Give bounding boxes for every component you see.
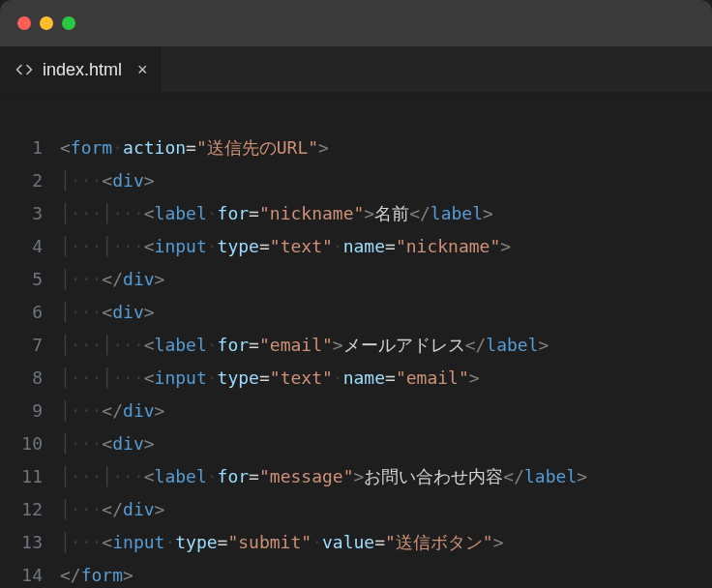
line-number: 14 xyxy=(0,559,43,588)
line-number: 4 xyxy=(0,230,43,263)
code-line[interactable]: │···<div> xyxy=(60,164,712,197)
code-file-icon xyxy=(15,61,33,78)
code-line[interactable]: │···│···<label·for="email">メールアドレス</labe… xyxy=(60,329,712,362)
maximize-window-button[interactable] xyxy=(62,16,75,30)
code-content[interactable]: <form·action="送信先のURL">│···<div>│···│···… xyxy=(60,132,712,588)
tab-bar: index.html × xyxy=(0,46,712,93)
window-titlebar xyxy=(0,0,712,46)
line-number: 3 xyxy=(0,197,43,230)
line-number: 13 xyxy=(0,526,43,559)
code-line[interactable]: │···<div> xyxy=(60,427,712,460)
close-window-button[interactable] xyxy=(17,16,31,30)
code-line[interactable]: <form·action="送信先のURL"> xyxy=(60,132,712,164)
minimize-window-button[interactable] xyxy=(40,16,53,30)
code-line[interactable]: │···<div> xyxy=(60,296,712,329)
tab-index-html[interactable]: index.html × xyxy=(0,46,163,93)
line-number: 8 xyxy=(0,362,43,395)
code-line[interactable]: │···│···<input·type="text"·name="nicknam… xyxy=(60,230,712,263)
code-line[interactable]: │···│···<label·for="nickname">名前</label> xyxy=(60,197,712,230)
tab-filename: index.html xyxy=(43,60,122,80)
close-tab-icon[interactable]: × xyxy=(137,60,148,80)
line-number: 7 xyxy=(0,329,43,362)
line-number: 10 xyxy=(0,427,43,460)
line-number-gutter: 1234567891011121314 xyxy=(0,132,60,588)
code-line[interactable]: │···<input·type="submit"·value="送信ボタン"> xyxy=(60,526,712,559)
tab-shadow xyxy=(0,93,712,103)
code-line[interactable]: │···</div> xyxy=(60,395,712,427)
editor-area[interactable]: 1234567891011121314 <form·action="送信先のUR… xyxy=(0,103,712,588)
code-line[interactable]: │···</div> xyxy=(60,493,712,526)
code-line[interactable]: </form> xyxy=(60,559,712,588)
line-number: 6 xyxy=(0,296,43,329)
tab-bar-fill xyxy=(163,46,712,93)
code-line[interactable]: │···│···<label·for="message">お問い合わせ内容</l… xyxy=(60,460,712,493)
line-number: 9 xyxy=(0,395,43,427)
code-line[interactable]: │···│···<input·type="text"·name="email"> xyxy=(60,362,712,395)
line-number: 12 xyxy=(0,493,43,526)
line-number: 1 xyxy=(0,132,43,164)
line-number: 2 xyxy=(0,164,43,197)
code-line[interactable]: │···</div> xyxy=(60,263,712,296)
line-number: 11 xyxy=(0,460,43,493)
line-number: 5 xyxy=(0,263,43,296)
